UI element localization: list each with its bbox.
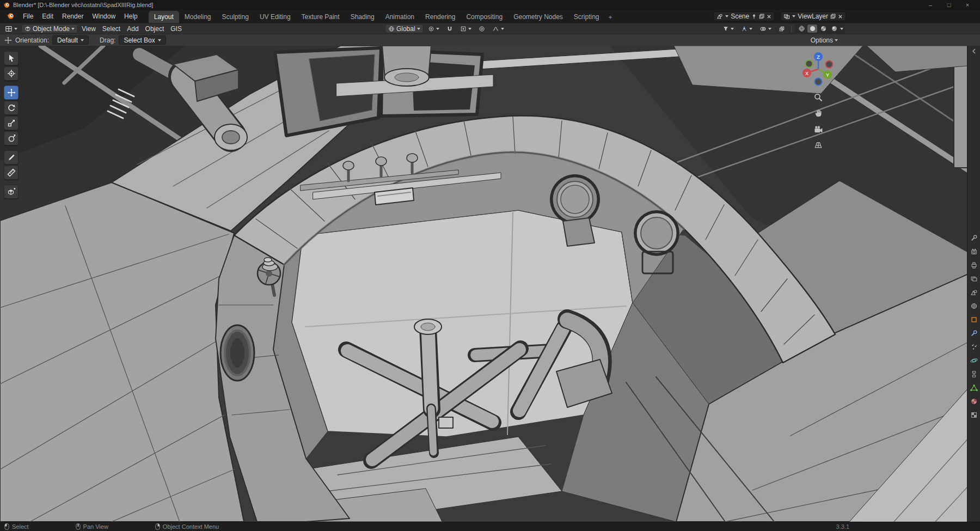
properties-tab-modifiers-icon[interactable]	[970, 329, 978, 337]
blender-logo-icon	[7, 12, 14, 20]
workspace-tab-animation[interactable]: Animation	[380, 11, 420, 23]
tool-add-cube[interactable]	[4, 185, 19, 199]
menu-add[interactable]: Add	[124, 25, 141, 33]
workspace-tab-compositing[interactable]: Compositing	[461, 11, 508, 23]
object-visibility-dropdown[interactable]	[720, 25, 737, 33]
expand-sidebar-icon[interactable]	[971, 48, 977, 54]
new-scene-icon[interactable]	[759, 14, 764, 19]
menu-object[interactable]: Object	[143, 25, 167, 33]
properties-tab-render-icon[interactable]	[970, 248, 978, 255]
shading-solid-button[interactable]	[807, 25, 817, 33]
drag-dropdown[interactable]: Select Box	[119, 35, 166, 45]
xray-toggle[interactable]	[776, 25, 788, 33]
menu-render[interactable]: Render	[58, 11, 88, 22]
tool-move[interactable]	[4, 86, 19, 100]
properties-tab-object-data-icon[interactable]	[970, 384, 978, 392]
perspective-toggle-button[interactable]	[812, 138, 825, 151]
transform-orientation-dropdown[interactable]: Global	[385, 24, 424, 33]
properties-tab-strip	[967, 46, 980, 522]
menu-select[interactable]: Select	[100, 25, 123, 33]
pin-icon[interactable]	[751, 14, 757, 19]
tool-rotate[interactable]	[4, 101, 19, 115]
mode-dropdown[interactable]: Object Mode	[21, 24, 78, 33]
properties-tab-material-icon[interactable]	[970, 398, 978, 405]
menu-gis[interactable]: GIS	[168, 25, 185, 33]
properties-tab-texture-icon[interactable]	[970, 411, 978, 419]
tool-annotate[interactable]	[4, 150, 19, 164]
workspace-tab-texture-paint[interactable]: Texture Paint	[296, 11, 345, 23]
3d-viewport[interactable]: Z Y X	[0, 46, 967, 522]
camera-view-button[interactable]	[812, 123, 825, 136]
properties-tab-physics-icon[interactable]	[970, 357, 978, 364]
workspace-tab-uv-editing[interactable]: UV Editing	[254, 11, 296, 23]
add-workspace-button[interactable]: +	[605, 12, 616, 23]
gizmo-minus-x-axis[interactable]	[826, 61, 833, 68]
editor-type-button[interactable]	[2, 25, 20, 33]
rendered-shading-icon	[831, 25, 838, 32]
titlebar: Blender* [D:\-Blender věci\ostatní\SpadX…	[0, 0, 980, 10]
menu-window[interactable]: Window	[88, 11, 120, 22]
move-tool-icon	[7, 88, 16, 97]
blender-menu-button[interactable]	[2, 10, 19, 23]
gizmo-minus-y-axis[interactable]	[806, 60, 813, 68]
tool-measure[interactable]	[4, 166, 19, 180]
orientation-arrow-icon	[417, 28, 420, 30]
options-dropdown[interactable]: Options	[808, 36, 841, 45]
hint-context-label: Object Context Menu	[163, 523, 219, 530]
tool-select-box[interactable]	[4, 51, 19, 65]
pivot-point-dropdown[interactable]	[425, 25, 442, 33]
tool-cursor[interactable]	[4, 66, 19, 81]
workspace-tab-geometry-nodes[interactable]: Geometry Nodes	[508, 11, 568, 23]
view-layer-selector[interactable]: ViewLayer	[780, 11, 846, 21]
menu-help[interactable]: Help	[120, 11, 142, 22]
snap-toggle[interactable]	[444, 25, 456, 33]
pan-view-button[interactable]	[812, 107, 825, 120]
properties-tab-tool-icon[interactable]	[970, 234, 978, 242]
properties-tab-scene-icon[interactable]	[970, 289, 978, 296]
filter-funnel-icon	[722, 26, 729, 32]
scene-selector[interactable]: Scene	[713, 11, 775, 21]
proportional-falloff-dropdown[interactable]	[489, 25, 507, 33]
show-overlays-dropdown[interactable]	[757, 25, 774, 33]
navigation-gizmo[interactable]: Z Y X	[799, 50, 837, 88]
proportional-editing-toggle[interactable]	[476, 25, 488, 33]
maximize-button[interactable]: □	[940, 0, 958, 10]
minimize-button[interactable]: –	[921, 0, 940, 10]
workspace-tab-sculpting[interactable]: Sculpting	[217, 11, 254, 23]
properties-tab-particles-icon[interactable]	[970, 343, 978, 351]
new-view-layer-icon[interactable]	[830, 14, 836, 19]
menu-edit[interactable]: Edit	[38, 11, 58, 22]
overlays-icon	[759, 26, 767, 32]
menu-file[interactable]: File	[19, 11, 38, 22]
zoom-view-button[interactable]	[812, 91, 825, 104]
workspace-tab-layout[interactable]: Layout	[149, 11, 179, 23]
close-button[interactable]: ×	[958, 0, 977, 10]
workspace-tab-scripting[interactable]: Scripting	[568, 11, 605, 23]
shading-wireframe-button[interactable]	[797, 25, 806, 33]
blender-window: Blender* [D:\-Blender věci\ostatní\SpadX…	[0, 0, 980, 531]
shading-material-button[interactable]	[818, 25, 828, 33]
workspace-tab-modeling[interactable]: Modeling	[179, 11, 217, 23]
falloff-curve-icon	[492, 26, 499, 32]
show-gizmos-dropdown[interactable]	[738, 25, 755, 33]
tool-scale[interactable]	[4, 116, 19, 130]
shading-rendered-button[interactable]	[829, 25, 839, 33]
snap-settings-dropdown[interactable]	[457, 25, 474, 33]
properties-tab-constraints-icon[interactable]	[970, 370, 978, 378]
properties-tab-object-icon[interactable]	[970, 316, 978, 324]
properties-tab-view-layer-icon[interactable]	[970, 275, 978, 283]
scene-browse-arrow-icon	[725, 15, 728, 17]
orientation-default-dropdown[interactable]: Default	[52, 35, 89, 45]
properties-tab-output-icon[interactable]	[970, 261, 978, 269]
mouse-right-icon	[155, 523, 160, 530]
remove-view-layer-icon[interactable]	[838, 14, 843, 19]
properties-tab-world-icon[interactable]	[970, 302, 978, 310]
editor-type-arrow-icon	[14, 28, 17, 30]
gizmo-minus-z-axis[interactable]	[815, 78, 822, 86]
header-divider	[791, 26, 792, 32]
menu-view[interactable]: View	[79, 25, 99, 33]
workspace-tab-rendering[interactable]: Rendering	[420, 11, 461, 23]
tool-transform[interactable]	[4, 131, 19, 145]
unlink-scene-icon[interactable]	[767, 14, 771, 19]
workspace-tab-shading[interactable]: Shading	[345, 11, 380, 23]
